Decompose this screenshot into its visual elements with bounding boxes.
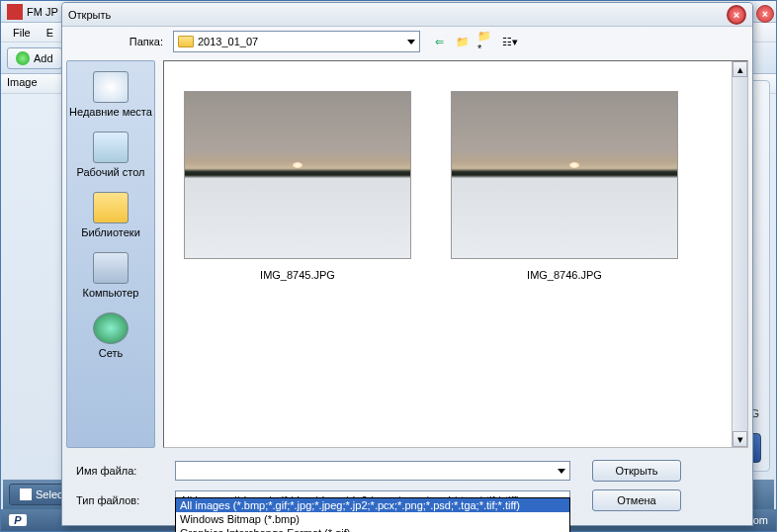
view-menu-icon[interactable]: ☷▾ bbox=[501, 33, 519, 50]
file-name: IMG_8746.JPG bbox=[527, 269, 602, 281]
filetype-option[interactable]: Windows Bitmap (*.bmp) bbox=[176, 512, 569, 526]
folder-value: 2013_01_07 bbox=[198, 36, 258, 47]
app-title: FM JP bbox=[27, 6, 58, 18]
main-close-button[interactable]: × bbox=[756, 5, 774, 23]
folder-select[interactable]: 2013_01_07 bbox=[173, 31, 420, 52]
dialog-title: Открыть bbox=[68, 9, 111, 21]
place-computer[interactable]: Компьютер bbox=[69, 248, 152, 303]
place-libraries-label: Библиотеки bbox=[81, 226, 140, 238]
back-icon[interactable]: ⇐ bbox=[430, 33, 448, 50]
add-button-label: Add bbox=[34, 52, 53, 64]
file-name: IMG_8745.JPG bbox=[260, 269, 335, 281]
app-icon bbox=[7, 4, 23, 20]
dialog-cancel-label: Отмена bbox=[617, 494, 655, 506]
place-recent-label: Недавние места bbox=[69, 106, 152, 118]
open-dialog: Открыть × Папка: 2013_01_07 ⇐ 📁 📁* ☷▾ Не… bbox=[61, 2, 753, 526]
chevron-down-icon bbox=[407, 40, 415, 44]
file-list-area[interactable]: IMG_8745.JPG IMG_8746.JPG ▴ ▾ bbox=[163, 60, 748, 448]
place-network-label: Сеть bbox=[99, 347, 123, 359]
dialog-open-label: Открыть bbox=[615, 465, 657, 477]
filetype-option[interactable]: Graphics Interchange Format (*.gif) bbox=[176, 526, 569, 532]
thumbnail-image bbox=[184, 91, 411, 259]
menu-edit[interactable]: E bbox=[39, 25, 61, 41]
file-item[interactable]: IMG_8745.JPG bbox=[184, 91, 411, 281]
up-folder-icon[interactable]: 📁 bbox=[454, 33, 472, 50]
thumbnail-image bbox=[451, 91, 678, 259]
filename-label: Имя файла: bbox=[76, 465, 165, 477]
dialog-body: Недавние места Рабочий стол Библиотеки К… bbox=[62, 56, 752, 452]
paypal-icon[interactable]: P bbox=[9, 514, 27, 526]
filetype-label: Тип файлов: bbox=[76, 494, 165, 506]
dialog-titlebar: Открыть × bbox=[62, 3, 752, 27]
place-desktop[interactable]: Рабочий стол bbox=[69, 128, 152, 182]
dialog-close-button[interactable]: × bbox=[727, 5, 746, 25]
place-network[interactable]: Сеть bbox=[69, 309, 152, 363]
libraries-icon bbox=[93, 192, 129, 223]
scroll-up-button[interactable]: ▴ bbox=[733, 61, 747, 77]
image-column-header[interactable]: Image bbox=[7, 76, 38, 88]
scroll-track[interactable] bbox=[733, 77, 747, 431]
select-all-icon bbox=[20, 488, 32, 500]
network-icon bbox=[93, 312, 129, 344]
new-folder-icon[interactable]: 📁* bbox=[477, 33, 495, 50]
chevron-down-icon[interactable] bbox=[558, 469, 565, 474]
place-computer-label: Компьютер bbox=[83, 287, 139, 299]
dialog-bottom: Имя файла: Открыть Тип файлов: All image… bbox=[62, 452, 752, 519]
add-button[interactable]: Add bbox=[7, 47, 62, 69]
file-item[interactable]: IMG_8746.JPG bbox=[451, 91, 678, 281]
dialog-open-button[interactable]: Открыть bbox=[592, 460, 681, 482]
vertical-scrollbar[interactable]: ▴ ▾ bbox=[732, 61, 747, 447]
dialog-toolbar: Папка: 2013_01_07 ⇐ 📁 📁* ☷▾ bbox=[62, 27, 752, 56]
filetype-dropdown[interactable]: All images (*.bmp;*.gif;*.jpg;*.jpeg;*.j… bbox=[175, 497, 570, 532]
place-desktop-label: Рабочий стол bbox=[76, 166, 144, 178]
scroll-down-button[interactable]: ▾ bbox=[733, 431, 747, 447]
nav-icons: ⇐ 📁 📁* ☷▾ bbox=[430, 33, 519, 50]
place-recent[interactable]: Недавние места bbox=[69, 67, 152, 122]
filename-input[interactable] bbox=[175, 461, 570, 481]
folder-icon bbox=[178, 36, 194, 47]
computer-icon bbox=[93, 252, 129, 284]
recent-places-icon bbox=[93, 71, 129, 103]
menu-file[interactable]: File bbox=[5, 25, 39, 41]
plus-icon bbox=[16, 51, 30, 65]
thumbnails: IMG_8745.JPG IMG_8746.JPG bbox=[164, 61, 747, 310]
filetype-option[interactable]: All images (*.bmp;*.gif;*.jpg;*.jpeg;*.j… bbox=[176, 498, 569, 512]
place-libraries[interactable]: Библиотеки bbox=[69, 188, 152, 242]
desktop-icon bbox=[93, 132, 129, 163]
dialog-cancel-button[interactable]: Отмена bbox=[592, 489, 681, 511]
folder-label: Папка: bbox=[74, 36, 163, 47]
places-bar: Недавние места Рабочий стол Библиотеки К… bbox=[66, 60, 155, 448]
